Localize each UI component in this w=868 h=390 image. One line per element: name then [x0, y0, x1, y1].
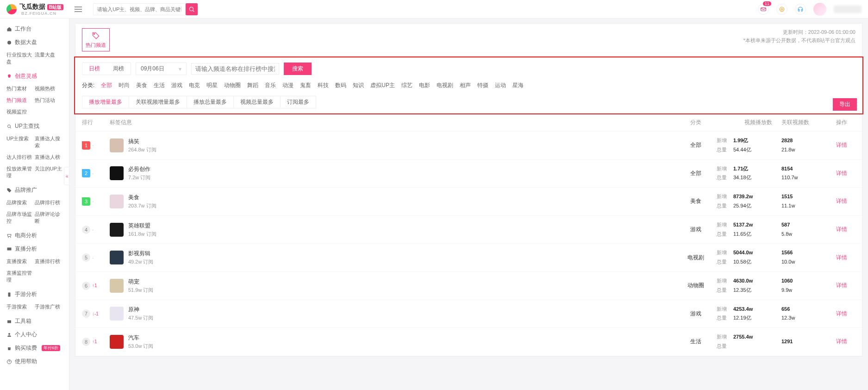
sort-tab-4[interactable]: 订阅最多 — [280, 96, 316, 108]
sidebar-item-personal[interactable]: 个人中心 — [0, 328, 69, 341]
channel-name[interactable]: 汽车 — [128, 334, 153, 342]
sidebar-sub-placement[interactable]: 投放效果管理 — [6, 164, 35, 181]
category-生活[interactable]: 生活 — [154, 82, 165, 89]
search-input[interactable] — [94, 6, 185, 12]
sort-tab-1[interactable]: 关联视频增量最多 — [129, 96, 187, 108]
sidebar-sub-up[interactable]: UP主搜索 — [6, 134, 35, 151]
sidebar-item-upsearch[interactable]: UP主查找 — [0, 120, 69, 133]
sort-tab-3[interactable]: 视频总量最多 — [233, 96, 281, 108]
sidebar-item-databoard[interactable]: 数据大盘 — [0, 36, 69, 49]
sidebar-sub-industry[interactable]: 行业投放大盘 — [6, 50, 35, 67]
sidebar-item-live[interactable]: 直播分析 — [0, 242, 69, 256]
detail-link[interactable]: 详情 — [836, 198, 847, 204]
category-星海[interactable]: 星海 — [512, 82, 524, 89]
sidebar-sub-brandmonitor[interactable]: 品牌市场监控 — [6, 209, 35, 226]
sidebar-sub-live-talent[interactable]: 直播达人搜索 — [35, 134, 63, 151]
category-游戏[interactable]: 游戏 — [171, 82, 182, 89]
sidebar-sub-video-monitor[interactable]: 视频监控 — [6, 107, 35, 117]
detail-link[interactable]: 详情 — [836, 170, 847, 176]
logo-text: 飞瓜数据 — [19, 3, 45, 10]
target-button[interactable] — [776, 4, 787, 15]
category-虚拟UP主[interactable]: 虚拟UP主 — [370, 82, 395, 89]
search-button[interactable] — [186, 3, 198, 15]
sidebar-collapse-handle[interactable]: « — [64, 167, 69, 185]
category-时尚[interactable]: 时尚 — [119, 82, 130, 89]
user-name[interactable] — [834, 6, 862, 13]
sidebar-sub-talent-rank[interactable]: 达人排行榜 — [6, 152, 35, 162]
channel-name[interactable]: 萌宠 — [128, 278, 153, 286]
detail-link[interactable]: 详情 — [836, 254, 847, 261]
category-数码[interactable]: 数码 — [335, 82, 346, 89]
category-电影[interactable]: 电影 — [419, 82, 430, 89]
sidebar-sub-livemonitor[interactable]: 直播监控管理 — [6, 268, 35, 285]
category-电视剧[interactable]: 电视剧 — [437, 82, 453, 89]
channel-name[interactable]: 英雄联盟 — [128, 222, 156, 230]
sidebar-sub-brandsearch[interactable]: 品牌搜索 — [6, 198, 35, 208]
sidebar-sub-hot-activity[interactable]: 热门活动 — [35, 95, 63, 105]
sidebar-sub-brandcomment[interactable]: 品牌评论诊断 — [35, 209, 63, 226]
sidebar-item-help[interactable]: 使用帮助 — [0, 355, 69, 368]
channel-search-button[interactable]: 搜索 — [284, 63, 312, 75]
category-科技[interactable]: 科技 — [318, 82, 329, 89]
category-电竞[interactable]: 电竞 — [189, 82, 200, 89]
channel-name[interactable]: 必剪创作 — [128, 165, 150, 173]
message-button[interactable]: 11 — [758, 4, 769, 15]
sidebar-sub-hot-material[interactable]: 热门素材 — [6, 84, 35, 94]
category-动漫[interactable]: 动漫 — [282, 82, 293, 89]
sidebar-sub-gamesearch[interactable]: 手游搜索 — [6, 302, 35, 312]
sidebar-sub-traffic[interactable]: 流量大盘 — [35, 50, 63, 67]
detail-link[interactable]: 详情 — [836, 282, 847, 289]
category-运动[interactable]: 运动 — [495, 82, 506, 89]
sidebar-item-workbench[interactable]: 工作台 — [0, 22, 69, 36]
ranking-table: 排行 标签信息 分类 视频播放数 关联视频数 操作 1-搞笑264.8w 订阅全… — [75, 113, 862, 357]
sort-tab-0[interactable]: 播放增量最多 — [82, 96, 129, 108]
channel-name[interactable]: 美食 — [128, 194, 156, 201]
category-明星[interactable]: 明星 — [206, 82, 218, 89]
sort-tab-2[interactable]: 播放总量最多 — [187, 96, 234, 108]
detail-link[interactable]: 详情 — [836, 310, 847, 317]
sidebar-sub-follow[interactable]: 关注的UP主 — [35, 164, 63, 181]
channel-thumb — [110, 279, 124, 293]
sidebar-sub-liverank[interactable]: 直播排行榜 — [35, 257, 63, 266]
category-美食[interactable]: 美食 — [136, 82, 147, 89]
date-select[interactable]: 09月06日 ▾ — [136, 63, 187, 75]
sidebar-sub-live-rank[interactable]: 直播达人榜 — [35, 152, 63, 162]
support-button[interactable] — [795, 4, 806, 15]
sidebar-sub-brandrank[interactable]: 品牌排行榜 — [35, 198, 63, 208]
sidebar-item-toolbox[interactable]: 工具箱 — [0, 315, 69, 328]
sidebar-item-mobile[interactable]: 手游分析 — [0, 288, 69, 301]
sidebar-sub-hot-channel[interactable]: 热门频道 — [6, 95, 35, 105]
sidebar-sub-livesearch[interactable]: 直播搜索 — [6, 257, 35, 266]
channel-name[interactable]: 影视剪辑 — [128, 250, 153, 258]
sidebar-item-ecom[interactable]: 电商分析 — [0, 229, 69, 242]
stat-new-label: 新增 — [717, 277, 730, 286]
detail-link[interactable]: 详情 — [836, 338, 847, 345]
sidebar-item-purchase[interactable]: 购买续费年付6折 — [0, 341, 69, 355]
category-音乐[interactable]: 音乐 — [265, 82, 276, 89]
detail-link[interactable]: 详情 — [836, 226, 847, 233]
sidebar-item-brand[interactable]: 品牌推广 — [0, 183, 69, 197]
category-鬼畜[interactable]: 鬼畜 — [300, 82, 311, 89]
detail-link[interactable]: 详情 — [836, 142, 847, 148]
sidebar-sub-gamepromo[interactable]: 手游推广榜 — [35, 302, 63, 312]
category-综艺[interactable]: 综艺 — [401, 82, 412, 89]
export-button[interactable]: 导出 — [833, 98, 857, 111]
category-动物圈[interactable]: 动物圈 — [224, 82, 241, 89]
logo[interactable]: 飞瓜数据 B站版 BZ.FEIGUA.CN — [6, 3, 63, 16]
sidebar-item-creative[interactable]: 创意灵感 — [0, 69, 69, 83]
channel-search-input[interactable] — [191, 63, 279, 75]
tab-day[interactable]: 日榜 — [82, 63, 106, 75]
user-avatar[interactable] — [813, 3, 826, 16]
category-相声[interactable]: 相声 — [460, 82, 471, 89]
header-right: 11 — [758, 3, 862, 16]
channel-name[interactable]: 搞笑 — [128, 138, 156, 145]
menu-toggle-icon[interactable] — [75, 9, 82, 10]
tab-week[interactable]: 周榜 — [106, 63, 131, 75]
category-全部[interactable]: 全部 — [101, 82, 112, 89]
rel-new: 587 — [781, 220, 790, 230]
sidebar-sub-video-rank[interactable]: 视频热榜 — [35, 84, 63, 94]
category-舞蹈[interactable]: 舞蹈 — [247, 82, 258, 89]
category-特摄[interactable]: 特摄 — [477, 82, 488, 89]
category-知识[interactable]: 知识 — [353, 82, 364, 89]
channel-name[interactable]: 原神 — [128, 306, 153, 314]
